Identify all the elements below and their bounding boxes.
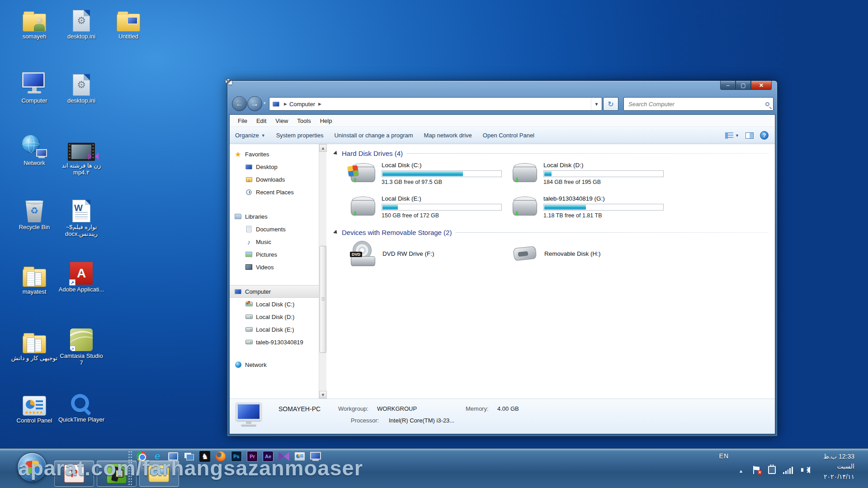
- language-indicator[interactable]: EN: [719, 452, 729, 460]
- search-box[interactable]: [623, 97, 774, 111]
- desktop-icon-recycle-bin[interactable]: Recycle Bin: [11, 195, 58, 231]
- drive-icon: [245, 338, 253, 346]
- device-item-removable-disk[interactable]: Removable Disk (H:): [512, 241, 674, 266]
- desktop-icon-mp4-video[interactable]: زن ها فرشته اند ۲.mp4: [58, 134, 105, 176]
- pictures-icon: [245, 251, 253, 258]
- menu-help[interactable]: Help: [316, 116, 337, 126]
- action-center-flag-icon[interactable]: ✕: [753, 466, 760, 474]
- ini-file-icon: ⚙: [73, 10, 90, 32]
- desktop-icon-control-panel[interactable]: Control Panel: [11, 389, 58, 424]
- search-input[interactable]: [627, 100, 765, 108]
- breadcrumb-computer[interactable]: Computer: [289, 101, 315, 108]
- desktop: somayeh ⚙ desktop.ini Untitled Computer …: [0, 0, 868, 488]
- system-properties-button[interactable]: System properties: [271, 130, 329, 141]
- sidebar-item-local-disk-d[interactable]: Local Disk (D:): [230, 310, 326, 323]
- desktop-icon-computer[interactable]: Computer: [11, 69, 58, 104]
- chevron-down-icon: ▼: [261, 133, 265, 138]
- computer-name: SOMAYEH-PC: [278, 405, 321, 413]
- collapse-triangle-icon[interactable]: [333, 230, 339, 235]
- hidden-icons-arrow[interactable]: ▲: [739, 469, 743, 474]
- desktop-icon-desktop-ini-2[interactable]: ⚙ desktop.ini: [58, 69, 105, 104]
- desktop-icon-somayeh[interactable]: somayeh: [11, 5, 58, 40]
- sidebar-item-music[interactable]: ♪ Music: [230, 235, 326, 248]
- sidebar-item-taleb-drive[interactable]: taleb-9130340819: [230, 336, 326, 348]
- memory-label: Memory:: [466, 405, 489, 412]
- sidebar-item-local-disk-c[interactable]: Local Disk (C:): [230, 298, 326, 310]
- scroll-down-icon[interactable]: ▼: [319, 391, 327, 399]
- desktop-icon-tozihi-folder[interactable]: توجیهی کار و دانش: [11, 326, 58, 362]
- clock[interactable]: 12:33 ب.ظ السبت ۲۰۲۰/۱۴/۱۱: [805, 451, 854, 482]
- network-signal-icon[interactable]: [783, 467, 793, 474]
- maximize-button[interactable]: ▢: [736, 81, 751, 90]
- desktop-icon-desktop-ini-1[interactable]: ⚙ desktop.ini: [58, 5, 105, 40]
- sidebar-item-videos[interactable]: Videos: [230, 261, 326, 273]
- drive-item-d[interactable]: Local Disk (D:) 184 GB free of 195 GB: [512, 162, 674, 185]
- computer-icon: [236, 403, 261, 427]
- window-caption-buttons: – ▢ ✕: [720, 81, 772, 90]
- sidebar-item-recent-places[interactable]: Recent Places: [230, 186, 326, 198]
- map-network-drive-button[interactable]: Map network drive: [419, 130, 477, 141]
- refresh-button[interactable]: ↻: [603, 97, 618, 111]
- minimize-button[interactable]: –: [720, 81, 736, 90]
- desktop-icon-mayatest[interactable]: mayatest: [11, 260, 58, 296]
- folder-with-files-icon: [23, 269, 46, 287]
- video-file-icon: [68, 143, 95, 161]
- scroll-up-icon[interactable]: ▲: [319, 144, 327, 152]
- preview-pane-icon[interactable]: [745, 132, 754, 139]
- desktop-icon-camtasia[interactable]: ↗ Camtasia Studio 7: [58, 324, 105, 366]
- address-dropdown-icon[interactable]: ▼: [591, 98, 602, 110]
- close-button[interactable]: ✕: [751, 81, 772, 90]
- drive-item-c[interactable]: Local Disk (C:) 31.3 GB free of 97.5 GB: [350, 162, 512, 185]
- sidebar-item-documents[interactable]: Documents: [230, 223, 326, 235]
- menu-file[interactable]: File: [233, 116, 252, 126]
- sidebar-item-computer[interactable]: Computer: [230, 285, 326, 298]
- sidebar-item-favorites[interactable]: ★ Favorites: [230, 148, 326, 160]
- section-hard-disk-drives[interactable]: Hard Disk Drives (4): [333, 150, 769, 157]
- sidebar-scrollbar[interactable]: ▲ ▼: [319, 144, 326, 399]
- open-control-panel-button[interactable]: Open Control Panel: [477, 130, 540, 141]
- drive-icon: [245, 313, 253, 321]
- menu-tools[interactable]: Tools: [292, 116, 315, 126]
- desktop-icon-untitled[interactable]: Untitled: [105, 5, 152, 40]
- network-icon: [22, 134, 47, 158]
- device-item-dvd[interactable]: DVD DVD RW Drive (F:): [350, 241, 512, 266]
- breadcrumb-arrow-icon[interactable]: ▶: [284, 102, 287, 106]
- breadcrumb-arrow-icon[interactable]: ▶: [318, 102, 321, 106]
- menu-edit[interactable]: Edit: [252, 116, 271, 126]
- change-view-button[interactable]: ▼: [725, 132, 739, 139]
- desktop-icon-network[interactable]: Network: [11, 131, 58, 167]
- power-plug-icon[interactable]: [768, 466, 776, 474]
- address-bar[interactable]: ▶ Computer ▶ ▼: [269, 97, 602, 111]
- recycle-bin-icon: [24, 200, 44, 222]
- downloads-icon: ↓: [245, 176, 253, 183]
- help-icon[interactable]: ?: [760, 131, 769, 140]
- menu-view[interactable]: View: [271, 116, 292, 126]
- drive-icon: [245, 326, 253, 333]
- uninstall-program-button[interactable]: Uninstall or change a program: [329, 130, 418, 141]
- back-button[interactable]: ←: [232, 96, 247, 111]
- section-removable-storage[interactable]: Devices with Removable Storage (2): [333, 229, 769, 236]
- menu-bar: File Edit View Tools Help: [230, 115, 775, 127]
- sidebar-item-downloads[interactable]: ↓ Downloads: [230, 173, 326, 186]
- scrollbar-thumb[interactable]: [320, 246, 326, 352]
- drive-item-e[interactable]: Local Disk (E:) 150 GB free of 172 GB: [350, 195, 512, 219]
- navigation-pane: ★ Favorites Desktop ↓ Downloads Recent P…: [230, 144, 326, 399]
- search-icon[interactable]: [765, 102, 769, 106]
- sidebar-item-local-disk-e[interactable]: Local Disk (E:): [230, 323, 326, 336]
- workgroup-value: WORKGROUP: [377, 405, 417, 412]
- sidebar-item-desktop[interactable]: Desktop: [230, 160, 326, 173]
- command-toolbar: Organize ▼ System properties Uninstall o…: [230, 127, 775, 144]
- documents-icon: [245, 225, 253, 233]
- sidebar-item-libraries[interactable]: Libraries: [230, 210, 326, 223]
- collapse-triangle-icon[interactable]: [333, 150, 339, 156]
- desktop-icon-quicktime[interactable]: QuickTime Player: [58, 388, 105, 423]
- sidebar-item-network[interactable]: Network: [230, 358, 326, 371]
- organize-button[interactable]: Organize ▼: [230, 130, 271, 141]
- desktop-icon-word-doc[interactable]: W نواره فیلم$~ ریندنس.docx: [58, 195, 105, 238]
- sidebar-item-pictures[interactable]: Pictures: [230, 248, 326, 261]
- drive-item-g[interactable]: taleb-9130340819 (G:) 1.18 TB free of 1.…: [512, 195, 674, 219]
- desktop-icon-adobe-application[interactable]: A↗ Adobe Applicati...: [58, 258, 105, 293]
- forward-button[interactable]: →: [247, 96, 262, 111]
- history-dropdown-icon[interactable]: ▾: [264, 101, 266, 105]
- watermark-text: aparat.com/farhangsazanmoaser: [18, 455, 363, 480]
